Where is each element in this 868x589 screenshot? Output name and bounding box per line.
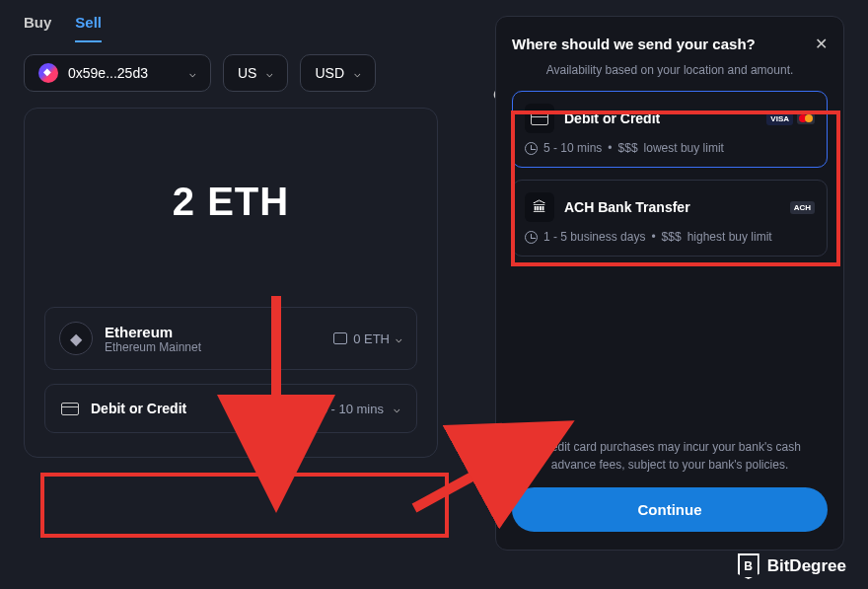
chevron-down-icon: ⌵ — [189, 67, 196, 80]
payout-destination-sheet: Where should we send your cash? ✕ Availa… — [495, 16, 844, 551]
option-time: 1 - 5 business days — [543, 230, 645, 244]
card-icon — [525, 104, 554, 133]
option-cost: $$$ — [662, 230, 682, 244]
continue-button[interactable]: Continue — [512, 487, 828, 532]
country-selector[interactable]: US ⌵ — [223, 54, 288, 92]
clock-icon — [298, 403, 311, 415]
option-debit-credit[interactable]: Debit or Credit VISA 5 - 10 mins • $$$ l… — [512, 91, 828, 168]
option-limit: highest buy limit — [687, 230, 772, 244]
close-icon[interactable]: ✕ — [815, 35, 828, 53]
chevron-down-icon: ⌵ — [354, 67, 361, 80]
ethereum-icon: ◆ — [59, 322, 93, 355]
disclaimer-text: Credit card purchases may incur your ban… — [512, 438, 828, 474]
method-time: 5 - 10 mins — [321, 402, 384, 416]
chevron-down-icon: ⌵ — [396, 332, 402, 345]
asset-balance: 0 ETH — [353, 331, 390, 346]
wallet-icon — [333, 332, 347, 344]
amount-display[interactable]: 2 ETH — [44, 180, 417, 224]
visa-badge: VISA — [766, 112, 793, 125]
asset-network: Ethereum Mainnet — [105, 340, 201, 354]
wallet-address: 0x59e...25d3 — [68, 65, 148, 81]
clock-icon — [525, 231, 538, 244]
country-code: US — [238, 65, 256, 81]
asset-selector[interactable]: ◆ Ethereum Ethereum Mainnet 0 ETH ⌵ — [44, 307, 417, 370]
watermark: B BitDegree — [738, 553, 846, 579]
bank-icon: 🏛 — [525, 192, 554, 222]
option-title: Debit or Credit — [564, 110, 757, 126]
method-label: Debit or Credit — [91, 401, 186, 416]
currency-code: USD — [315, 65, 344, 81]
chevron-down-icon: ⌵ — [266, 67, 273, 80]
currency-selector[interactable]: USD ⌵ — [300, 54, 376, 92]
option-title: ACH Bank Transfer — [564, 199, 780, 215]
tab-sell[interactable]: Sell — [75, 14, 102, 42]
watermark-text: BitDegree — [767, 556, 846, 576]
payout-method-selector[interactable]: Debit or Credit 5 - 10 mins ⌵ — [44, 384, 417, 433]
clock-icon — [525, 142, 538, 155]
card-icon — [61, 403, 79, 415]
bitdegree-logo-icon: B — [738, 553, 760, 579]
sheet-subtitle: Availability based on your location and … — [512, 63, 828, 77]
option-limit: lowest buy limit — [644, 141, 724, 155]
tab-buy[interactable]: Buy — [24, 14, 51, 42]
chevron-down-icon: ⌵ — [394, 403, 400, 415]
option-time: 5 - 10 mins — [543, 141, 602, 155]
ach-badge: ACH — [790, 201, 815, 214]
option-cost: $$$ — [618, 141, 638, 155]
asset-name: Ethereum — [105, 324, 201, 340]
option-ach-transfer[interactable]: 🏛 ACH Bank Transfer ACH 1 - 5 business d… — [512, 180, 828, 257]
sheet-title: Where should we send your cash? — [512, 36, 756, 52]
annotation-highlight — [40, 473, 449, 538]
ethereum-icon — [38, 63, 58, 83]
mastercard-badge — [797, 112, 815, 124]
sell-panel: 2 ETH ◆ Ethereum Ethereum Mainnet 0 ETH … — [24, 108, 438, 458]
wallet-selector[interactable]: 0x59e...25d3 ⌵ — [24, 54, 211, 92]
